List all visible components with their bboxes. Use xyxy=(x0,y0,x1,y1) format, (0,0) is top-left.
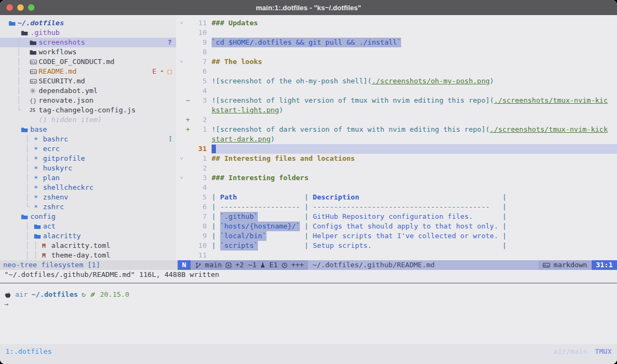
tree-item-tag-changelog-config-js[interactable]: └ JStag-changelog-config.js xyxy=(0,105,176,115)
tree-indent-guide: │ │ xyxy=(0,241,42,251)
editor-line[interactable]: ˅ 1## Interesting files and locations xyxy=(180,154,617,163)
editor-line[interactable]: ˅ 11### Updates xyxy=(180,18,617,28)
tree-item-renovate-json[interactable]: │ {}renovate.json xyxy=(0,96,176,105)
line-text: | `.github` | GitHub Repository configur… xyxy=(212,212,617,222)
tree-indent-guide: │ │ xyxy=(0,251,42,260)
editor-line[interactable]: ~3![screenshot of light version of tmux … xyxy=(180,96,617,105)
editor-line[interactable]: +2 xyxy=(180,115,617,125)
line-number: 6 xyxy=(193,67,207,76)
syntax-h3: ### Updates xyxy=(212,18,258,28)
editor-line[interactable]: 8| `hosts/{hostname}/` | Configs that sh… xyxy=(180,222,617,231)
editor-pane[interactable]: ˅ 11### Updates 10 9`cd $HOME/.dotfiles … xyxy=(178,15,617,260)
statusline-extra: +++ xyxy=(291,260,304,270)
tree-item-alacritty-toml[interactable]: │ │ Malacritty.toml xyxy=(0,241,176,251)
dotfile-star-icon: * xyxy=(34,146,43,153)
shell-pane[interactable]: air ~/.dotfiles ↻ 20.15.0 → xyxy=(0,283,617,344)
git-sign: ~ xyxy=(186,96,193,105)
minimize-button[interactable] xyxy=(17,4,24,11)
tree-item-security-md[interactable]: │ SECURITY.md xyxy=(0,76,176,86)
shell-prompt: air ~/.dotfiles ↻ 20.15.0 xyxy=(4,290,617,299)
fold-chevron-icon[interactable]: ˅ xyxy=(180,57,186,67)
editor-line[interactable]: 5![screenshot of the oh-my-posh shell](.… xyxy=(180,76,617,86)
tree-item-label: tag-changelog-config.js xyxy=(39,105,136,115)
tree-item--dotfiles[interactable]: ~/.dotfiles xyxy=(0,18,176,28)
filetype-segment: markdown xyxy=(538,260,592,270)
tree-item-code-of-conduct-md[interactable]: │ CODE_OF_CONDUCT.md xyxy=(0,57,176,67)
tree-item-theme-day-toml[interactable]: │ │ Mtheme-day.toml xyxy=(0,251,176,260)
syntax-pipe: | xyxy=(212,192,220,202)
syntax-plain xyxy=(473,212,498,222)
tree-item-label: workflows xyxy=(39,47,76,57)
editor-line[interactable]: 9| `local/bin` | Helper scripts that I'v… xyxy=(180,231,617,241)
syntax-h2: ## Interesting files and locations xyxy=(212,154,355,163)
tree-item-label: alacritty.toml xyxy=(51,241,110,251)
tmux-window-label[interactable]: 1:.dotfiles xyxy=(5,347,52,356)
git-sign: + xyxy=(186,115,193,125)
editor-line[interactable]: 10| `scripts` | Setup scripts. | xyxy=(180,241,617,251)
tree-item-zshenv[interactable]: │ *zshenv xyxy=(0,192,176,202)
tree-item-readme-md[interactable]: │ README.mdE•□ xyxy=(0,67,176,76)
tree-item-config[interactable]: config xyxy=(0,212,176,222)
fold-chevron-icon[interactable]: ˅ xyxy=(180,154,186,163)
vim-message-line: "~/.dotfiles/.github/README.md" 116L, 44… xyxy=(0,270,617,280)
tree-item--1-hidden-item-[interactable]: (1 hidden item) xyxy=(0,115,176,125)
editor-line[interactable]: 11 xyxy=(180,251,617,260)
tree-item-plan[interactable]: │ *plan xyxy=(0,173,176,183)
tree-item-act[interactable]: │ act xyxy=(0,222,176,231)
editor-line[interactable]: 31 xyxy=(180,144,617,154)
editor-line[interactable]: 4 xyxy=(180,86,617,96)
tree-item-ecrc[interactable]: │ *ecrc xyxy=(0,144,176,154)
tree-item--github[interactable]: .github xyxy=(0,28,176,38)
syntax-pipe: | xyxy=(498,212,507,222)
dotfile-star-icon: * xyxy=(34,194,43,201)
editor-line[interactable]: start-dark.png) xyxy=(180,134,617,144)
tree-item-label: SECURITY.md xyxy=(39,76,85,86)
neo-tree-sidebar[interactable]: ~/.dotfiles .github │ screenshots? │ wor… xyxy=(0,15,178,260)
line-text: | ------------------- | ----------------… xyxy=(212,202,617,212)
tree-item-shellcheckrc[interactable]: │ *shellcheckrc xyxy=(0,183,176,192)
fold-chevron-icon[interactable]: ˅ xyxy=(180,173,186,183)
tree-item-screenshots[interactable]: │ screenshots? xyxy=(0,38,176,47)
syntax-plain xyxy=(267,231,300,241)
editor-line[interactable]: 10 xyxy=(180,28,617,38)
tree-item-zshrc[interactable]: └ *zshrc xyxy=(0,202,176,212)
markdown-file-icon xyxy=(30,68,39,75)
editor-line[interactable]: 6 xyxy=(180,67,617,76)
json-braces-icon: {} xyxy=(30,98,39,104)
tree-indent-guide: │ xyxy=(0,38,30,47)
line-text xyxy=(212,47,617,57)
close-button[interactable] xyxy=(6,4,13,11)
syntax-link: ./screenshots/tmux-nvim-kick xyxy=(490,125,608,134)
editor-line[interactable]: ˅ 3### Interesting folders xyxy=(180,173,617,183)
editor-line[interactable]: +1![screenshot of dark version of tmux w… xyxy=(180,125,617,134)
editor-line[interactable]: kstart-light.png) xyxy=(180,105,617,115)
editor-line[interactable]: ˅ 7## The looks xyxy=(180,57,617,67)
editor-line[interactable]: 6| ------------------- | ---------------… xyxy=(180,202,617,212)
editor-line[interactable]: 9`cd $HOME/.dotfiles && git pull && ./in… xyxy=(180,38,617,47)
tree-item-label: screenshots xyxy=(39,38,85,47)
terminal-content: ~/.dotfiles .github │ screenshots? │ wor… xyxy=(0,15,617,364)
markdown-file-icon xyxy=(30,77,39,85)
tree-item-gitprofile[interactable]: │ *gitprofile xyxy=(0,154,176,163)
tree-item-bashrc[interactable]: │ *bashrcI xyxy=(0,134,176,144)
editor-line[interactable]: 5| Path | Description | xyxy=(180,192,617,202)
title-bar[interactable]: main:1:.dotfiles - "ks~/.dotfiles" xyxy=(0,0,617,15)
tree-item-workflows[interactable]: │ workflows xyxy=(0,47,176,57)
tree-indent-guide: │ xyxy=(0,134,34,144)
line-text: ### Interesting folders xyxy=(212,173,617,183)
filetype-label: markdown xyxy=(553,260,587,270)
zoom-button[interactable] xyxy=(28,4,34,11)
line-number: 6 xyxy=(193,202,207,212)
tree-item-base[interactable]: base xyxy=(0,125,176,134)
dotfile-star-icon: * xyxy=(34,165,43,172)
git-diff-counts: +2 ~1 xyxy=(235,260,256,270)
editor-line[interactable]: 8 xyxy=(180,47,617,57)
editor-line[interactable]: 7| `.github` | GitHub Repository configu… xyxy=(180,212,617,222)
tree-item-dependabot-yml[interactable]: │ dependabot.yml xyxy=(0,86,176,96)
tree-item-huskyrc[interactable]: │ *huskyrc xyxy=(0,163,176,173)
tree-indent-guide: │ xyxy=(0,183,34,192)
editor-line[interactable]: 4 xyxy=(180,183,617,192)
fold-chevron-icon[interactable]: ˅ xyxy=(180,18,186,28)
tree-item-alacritty[interactable]: │ alacritty xyxy=(0,231,176,241)
editor-line[interactable]: 2 xyxy=(180,163,617,173)
